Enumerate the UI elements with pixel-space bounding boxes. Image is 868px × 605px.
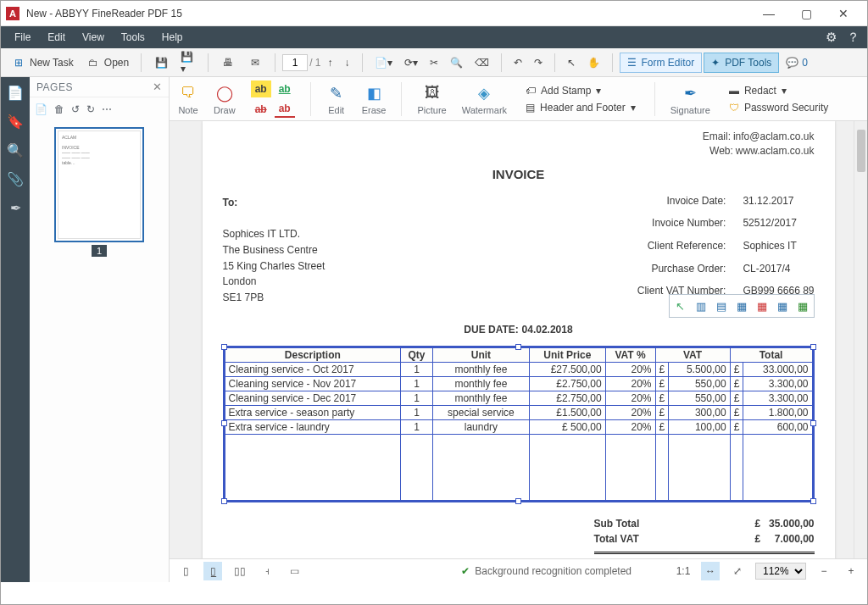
gear-icon[interactable]: ⚙ — [821, 28, 840, 47]
help-icon[interactable]: ？ — [843, 28, 862, 47]
tt-grid[interactable]: ▦ — [773, 297, 792, 315]
save-button[interactable]: 💾 — [148, 52, 174, 74]
delete-page-button[interactable]: ⌫ — [470, 53, 494, 72]
pdf-tools-button[interactable]: ✦ PDF Tools — [704, 53, 779, 73]
sidebtn-search[interactable]: 🔍 — [5, 140, 25, 160]
header-icon: ▤ — [526, 102, 535, 114]
sidebtn-pages[interactable]: 📄 — [5, 82, 25, 103]
sidebtn-bookmarks[interactable]: 🔖 — [5, 111, 25, 131]
tt-cursor[interactable]: ↖ — [671, 297, 690, 315]
table-row: Cleaning service - Dec 20171monthly fee£… — [225, 391, 812, 405]
comments-button[interactable]: 💬 0 — [781, 53, 813, 72]
zoom-in[interactable]: + — [842, 562, 860, 580]
table-row: Cleaning service - Oct 20171monthly fee£… — [225, 362, 812, 376]
crop-button[interactable]: ✂ — [425, 53, 443, 72]
new-task-button[interactable]: ⊞ New Task — [6, 52, 79, 74]
tt-analyze[interactable]: ▦ — [793, 297, 812, 315]
note-tool[interactable]: 🗨 Note — [178, 83, 198, 115]
vertical-scrollbar[interactable] — [854, 121, 867, 558]
add-stamp-button[interactable]: 🏷Add Stamp▾ — [522, 83, 639, 98]
tt-split-v[interactable]: ▥ — [692, 297, 710, 315]
resize-handle[interactable] — [221, 498, 227, 504]
resize-handle[interactable] — [515, 344, 521, 350]
sidebtn-signatures[interactable]: ✒ — [5, 197, 25, 218]
fit-width[interactable]: ↔ — [701, 562, 720, 580]
scrollbar-thumb[interactable] — [857, 130, 865, 172]
undo-button[interactable]: ↶ — [509, 53, 527, 72]
insert-text-tool[interactable]: ab — [275, 101, 295, 118]
resize-handle[interactable] — [810, 420, 816, 426]
menu-view[interactable]: View — [74, 28, 113, 47]
page-delete-mini-icon[interactable]: 🗑 — [54, 103, 64, 115]
draw-tool[interactable]: ◯ Draw — [214, 83, 236, 115]
shield-icon: 🛡 — [729, 102, 739, 114]
hand-tool[interactable]: ✋ — [582, 53, 605, 72]
open-button[interactable]: 🗀 Open — [81, 52, 134, 74]
table-area-selection[interactable]: DescriptionQtyUnit Unit PriceVAT % VATTo… — [223, 346, 815, 502]
email-button[interactable]: ✉ — [242, 52, 268, 74]
view-continuous[interactable]: ▯̲ — [203, 562, 222, 580]
add-page-button[interactable]: 📄▾ — [370, 53, 398, 72]
watermark-tool[interactable]: ◈ Watermark — [462, 83, 507, 115]
resize-handle[interactable] — [810, 344, 816, 350]
window-maximize-button[interactable]: ▢ — [787, 1, 825, 26]
view-presentation[interactable]: ▭ — [285, 562, 303, 580]
menu-file[interactable]: File — [6, 28, 39, 47]
menu-tools[interactable]: Tools — [113, 28, 153, 47]
document-canvas[interactable]: Email: info@aclam.co.uk Web: www.aclam.c… — [170, 121, 867, 582]
rotate-button[interactable]: ⟳▾ — [399, 53, 423, 72]
strikeout-tool[interactable]: ab — [251, 101, 271, 118]
view-two-page[interactable]: ▯▯ — [231, 562, 249, 580]
form-editor-button[interactable]: ☰ Form Editor — [620, 53, 703, 73]
page-total-label: / 1 — [309, 57, 320, 69]
redact-button[interactable]: ▬Redact▾ — [726, 83, 832, 98]
view-single-page[interactable]: ▯ — [176, 562, 195, 580]
page-add-mini-icon[interactable]: 📄 — [35, 103, 47, 115]
sidebtn-attachments[interactable]: 📎 — [5, 169, 25, 189]
more-icon[interactable]: ⋯ — [102, 103, 112, 115]
print-button[interactable]: 🖶 — [215, 52, 241, 74]
cursor-icon: ↖ — [567, 57, 576, 69]
actual-size[interactable]: 1:1 — [674, 562, 693, 580]
resize-handle[interactable] — [515, 498, 521, 504]
recognize-button[interactable]: 🔍 — [445, 53, 468, 72]
fit-page[interactable]: ⤢ — [728, 562, 747, 580]
zoom-select[interactable]: 112% — [755, 563, 806, 580]
save-as-button[interactable]: 💾▾ — [175, 52, 201, 74]
page-add-icon: 📄▾ — [375, 57, 392, 69]
rotate-right-icon[interactable]: ↻ — [86, 103, 95, 115]
resize-handle[interactable] — [810, 498, 816, 504]
header-footer-button[interactable]: ▤Header and Footer▾ — [522, 100, 639, 115]
invoice-heading: INVOICE — [223, 167, 815, 181]
tt-merge[interactable]: ▦ — [732, 297, 751, 315]
page-number-input[interactable] — [282, 54, 308, 71]
resize-handle[interactable] — [221, 420, 227, 426]
view-two-continuous[interactable]: ⫞ — [258, 562, 276, 580]
plus-icon: ⊞ — [11, 55, 26, 70]
edit-tool[interactable]: ✎ Edit — [326, 83, 347, 115]
pages-panel-close[interactable]: ✕ — [153, 80, 163, 93]
note-icon: 🗨 — [178, 83, 198, 103]
menu-edit[interactable]: Edit — [39, 28, 74, 47]
tt-split-h[interactable]: ▤ — [712, 297, 731, 315]
window-minimize-button[interactable]: — — [750, 1, 787, 26]
erase-tool[interactable]: ◧ Erase — [362, 83, 387, 115]
password-security-button[interactable]: 🛡Password Security — [726, 100, 832, 115]
page-up-button[interactable]: ↑ — [323, 53, 338, 72]
email-icon: ✉ — [248, 55, 263, 70]
menu-help[interactable]: Help — [153, 28, 192, 47]
signature-tool[interactable]: ✒ Signature — [670, 83, 710, 115]
page-down-button[interactable]: ↓ — [340, 53, 355, 72]
page-thumbnail[interactable]: ACLAMINVOICE—— —— ———— —— ——table… — [55, 128, 143, 241]
text-markup-group: ab ab ab ab — [251, 80, 295, 118]
zoom-out[interactable]: − — [815, 562, 833, 580]
window-close-button[interactable]: ✕ — [825, 1, 862, 26]
pointer-tool[interactable]: ↖ — [562, 53, 581, 72]
underline-tool[interactable]: ab — [275, 80, 295, 97]
highlight-tool[interactable]: ab — [251, 80, 271, 97]
resize-handle[interactable] — [221, 344, 227, 350]
picture-tool[interactable]: 🖼 Picture — [417, 83, 446, 115]
tt-delete[interactable]: ▦ — [753, 297, 771, 315]
redo-button[interactable]: ↷ — [529, 53, 548, 72]
rotate-left-icon[interactable]: ↺ — [71, 103, 80, 115]
